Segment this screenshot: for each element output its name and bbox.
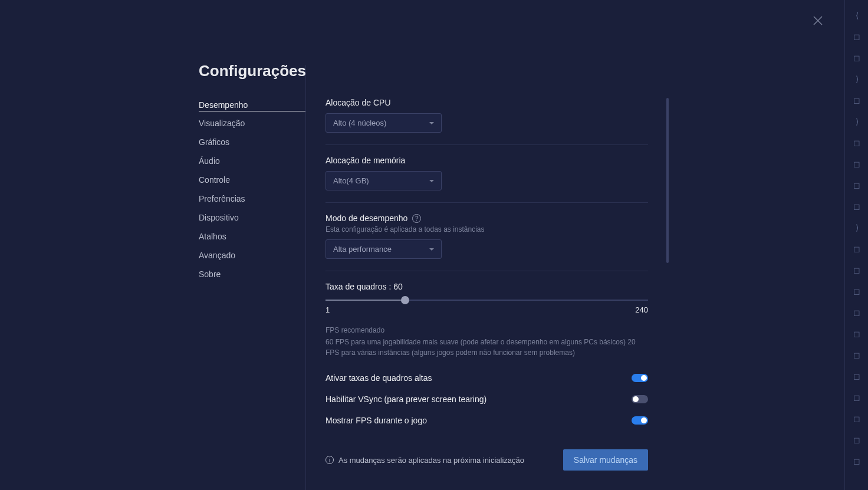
toolbar-icon-9[interactable]: ◻ (845, 175, 868, 196)
toolbar-icon-13[interactable]: ◻ (845, 259, 868, 281)
show-fps-row: Mostrar FPS durante o jogo (326, 412, 648, 429)
toolbar-icon-16[interactable]: ◻ (845, 323, 868, 344)
performance-mode-section: Modo de desempenho ? Esta configuração é… (326, 213, 648, 259)
high-framerate-row: Ativar taxas de quadros altas (326, 370, 648, 386)
sidebar-item-graficos[interactable]: Gráficos (199, 135, 305, 149)
cpu-value: Alto (4 núcleos) (333, 119, 386, 127)
toolbar-icon-17[interactable]: ◻ (845, 344, 868, 366)
toolbar-icon-19[interactable]: ◻ (845, 387, 868, 408)
toolbar-icon-18[interactable]: ◻ (845, 366, 868, 387)
toolbar-icon-8[interactable]: ◻ (845, 153, 868, 175)
slider-min: 1 (326, 305, 330, 314)
save-button[interactable]: Salvar mudanças (563, 449, 648, 471)
toolbar-icon-2[interactable]: ◻ (845, 26, 868, 47)
divider (326, 144, 648, 145)
scrollbar[interactable] (666, 98, 669, 263)
footer-notice-text: As mudanças serão aplicadas na próxima i… (338, 456, 524, 465)
fps-recommended-text: 60 FPS para uma jogabilidade mais suave … (326, 337, 648, 358)
sidebar-item-dispositivo[interactable]: Dispositivo (199, 211, 305, 225)
performance-mode-value: Alta performance (333, 245, 392, 254)
sidebar-item-visualizacao[interactable]: Visualização (199, 116, 305, 130)
sidebar: Desempenho Visualização Gráficos Áudio C… (199, 65, 306, 490)
framerate-section: Taxa de quadros : 60 1 240 FPS recomenda… (326, 282, 648, 358)
memory-section: Alocação de memória Alto(4 GB) (326, 156, 648, 190)
page-title: Configurações (199, 62, 306, 80)
vsync-label: Habilitar VSync (para prever screen tear… (326, 394, 486, 404)
fps-description: FPS recomendado 60 FPS para uma jogabili… (326, 325, 648, 358)
info-icon: i (326, 456, 334, 464)
toolbar-icon-15[interactable]: ◻ (845, 302, 868, 323)
caret-down-icon (429, 180, 434, 182)
slider-thumb[interactable] (401, 296, 409, 304)
memory-select[interactable]: Alto(4 GB) (326, 171, 442, 190)
toolbar-icon-10[interactable]: ◻ (845, 196, 868, 217)
toolbar-icon-11[interactable]: ⟩ (845, 217, 868, 238)
toolbar-icon-7[interactable]: ◻ (845, 132, 868, 153)
sidebar-item-preferencias[interactable]: Preferências (199, 192, 305, 206)
vsync-toggle[interactable] (632, 395, 648, 403)
sidebar-item-avancado[interactable]: Avançado (199, 248, 305, 262)
help-icon[interactable]: ? (412, 214, 421, 223)
performance-mode-select[interactable]: Alta performance (326, 239, 442, 259)
main-content: Alocação de CPU Alto (4 núcleos) Alocaçã… (306, 65, 648, 490)
toolbar-icon-3[interactable]: ◻ (845, 47, 868, 68)
performance-mode-label: Modo de desempenho ? (326, 213, 648, 223)
toolbar-icon-6[interactable]: ⟩ (845, 111, 868, 132)
show-fps-label: Mostrar FPS durante o jogo (326, 416, 427, 425)
sidebar-item-sobre[interactable]: Sobre (199, 267, 305, 281)
footer-notice: i As mudanças serão aplicadas na próxima… (326, 456, 524, 465)
toolbar-icon-5[interactable]: ◻ (845, 90, 868, 111)
right-toolbar: ⟨ ◻ ◻ ⟩ ◻ ⟩ ◻ ◻ ◻ ◻ ⟩ ◻ ◻ ◻ ◻ ◻ ◻ ◻ ◻ ◻ … (844, 0, 868, 490)
close-icon (813, 16, 823, 25)
framerate-slider[interactable]: 1 240 (326, 300, 648, 314)
toolbar-icon-22[interactable]: ◻ (845, 450, 868, 472)
footer: i As mudanças serão aplicadas na próxima… (326, 449, 648, 471)
close-button[interactable] (809, 12, 827, 29)
cpu-label: Alocação de CPU (326, 98, 648, 107)
divider (326, 271, 648, 271)
high-framerate-label: Ativar taxas de quadros altas (326, 373, 432, 383)
slider-max: 240 (635, 305, 648, 314)
caret-down-icon (429, 122, 434, 124)
show-fps-toggle[interactable] (632, 416, 648, 425)
cpu-section: Alocação de CPU Alto (4 núcleos) (326, 98, 648, 133)
sidebar-item-controle[interactable]: Controle (199, 173, 305, 187)
framerate-label: Taxa de quadros : 60 (326, 282, 648, 291)
sidebar-item-desempenho[interactable]: Desempenho (199, 98, 305, 111)
toolbar-icon-4[interactable]: ⟩ (845, 68, 868, 90)
sidebar-item-audio[interactable]: Áudio (199, 154, 305, 168)
caret-down-icon (429, 248, 434, 251)
cpu-select[interactable]: Alto (4 núcleos) (326, 113, 442, 133)
high-framerate-toggle[interactable] (632, 374, 648, 382)
toolbar-icon-1[interactable]: ⟨ (845, 5, 868, 26)
toolbar-icon-12[interactable]: ◻ (845, 238, 868, 259)
memory-label: Alocação de memória (326, 156, 648, 165)
toolbar-icon-20[interactable]: ◻ (845, 408, 868, 429)
divider (326, 202, 648, 203)
performance-mode-label-text: Modo de desempenho (326, 213, 407, 223)
fps-recommended-title: FPS recomendado (326, 325, 648, 336)
toolbar-icon-21[interactable]: ◻ (845, 429, 868, 450)
memory-value: Alto(4 GB) (333, 176, 369, 185)
performance-mode-sublabel: Esta configuração é aplicada a todas as … (326, 225, 648, 234)
vsync-row: Habilitar VSync (para prever screen tear… (326, 391, 648, 407)
toolbar-icon-14[interactable]: ◻ (845, 281, 868, 302)
sidebar-item-atalhos[interactable]: Atalhos (199, 229, 305, 244)
